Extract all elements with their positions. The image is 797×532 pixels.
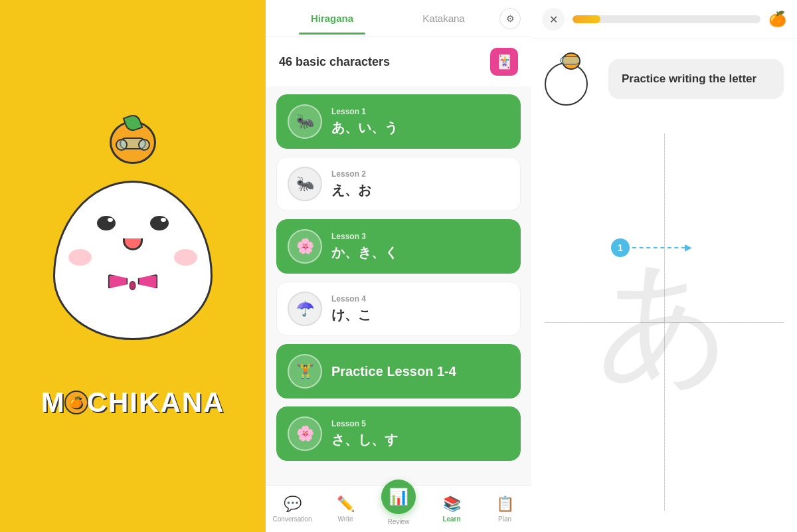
hiragana-character-bg: あ bbox=[596, 256, 733, 389]
left-panel: M 🍊 CHIKANA bbox=[0, 0, 266, 532]
write-icon: ✏️ bbox=[337, 495, 355, 513]
bowtie-left bbox=[108, 274, 128, 289]
nav-label-review: Review bbox=[388, 518, 410, 525]
settings-button[interactable]: ⚙ bbox=[499, 8, 521, 29]
stroke-number: 1 bbox=[611, 238, 630, 257]
lesson-chars-4: け、こ bbox=[331, 306, 509, 324]
middle-panel: Hiragana Katakana ⚙ 46 basic characters … bbox=[266, 0, 531, 532]
practice-text-box: Practice writing the letter bbox=[608, 59, 784, 99]
lesson-card-2[interactable]: 🐜 Lesson 2 え、お bbox=[276, 157, 521, 211]
mascot-eye-right bbox=[150, 216, 169, 230]
plan-icon: 📋 bbox=[496, 495, 514, 513]
lesson-card-5[interactable]: 🌸 Lesson 5 さ、し、す bbox=[276, 406, 521, 461]
nav-label-plan: Plan bbox=[498, 515, 511, 523]
review-icon-wrap: 📊 bbox=[381, 480, 416, 514]
logo-prefix: M bbox=[41, 387, 66, 418]
progress-bar-container bbox=[573, 15, 760, 23]
mascot-eye-left bbox=[97, 216, 116, 230]
lesson-number-2: Lesson 2 bbox=[331, 169, 509, 179]
nav-label-learn: Learn bbox=[442, 515, 460, 523]
lesson-icon-3: 🌸 bbox=[288, 229, 322, 264]
bottom-nav: 💬 Conversation ✏️ Write 📊 Review 📚 Learn… bbox=[266, 486, 531, 532]
practice-title: Practice writing the letter bbox=[622, 72, 756, 85]
lesson-info-4: Lesson 4 け、こ bbox=[331, 294, 509, 324]
lesson-chars-1: あ、い、う bbox=[331, 119, 509, 137]
conversation-icon: 💬 bbox=[284, 495, 302, 513]
tab-katakana[interactable]: Katakana bbox=[388, 2, 499, 35]
bowtie-right bbox=[137, 274, 157, 289]
right-mascot-area: Practice writing the letter bbox=[531, 39, 797, 112]
progress-bar-fill bbox=[573, 15, 600, 23]
lesson-chars-5: さ、し、す bbox=[331, 431, 509, 449]
lesson-chars-2: え、お bbox=[331, 181, 509, 199]
characters-header: 46 basic characters 🃏 bbox=[266, 37, 531, 86]
nav-conversation[interactable]: 💬 Conversation bbox=[266, 490, 319, 528]
orange-fruit bbox=[110, 121, 156, 164]
app-logo: M 🍊 CHIKANA bbox=[41, 387, 225, 418]
mascot-face bbox=[80, 216, 186, 250]
characters-count: 46 basic characters bbox=[279, 55, 390, 69]
mascot-bowtie bbox=[108, 274, 158, 292]
lesson-number-4: Lesson 4 bbox=[331, 294, 509, 304]
small-mascot-body bbox=[545, 62, 588, 106]
nav-label-write: Write bbox=[337, 515, 353, 523]
lesson-card-1[interactable]: 🐜 Lesson 1 あ、い、う bbox=[276, 94, 521, 149]
right-mascot bbox=[545, 52, 598, 106]
lesson-info-2: Lesson 2 え、お bbox=[331, 169, 509, 199]
lesson-card-3[interactable]: 🌸 Lesson 3 か、き、く bbox=[276, 219, 521, 274]
lesson-card-practice[interactable]: 🏋️ Practice Lesson 1-4 bbox=[276, 344, 521, 399]
nav-plan[interactable]: 📋 Plan bbox=[478, 490, 531, 528]
lesson-icon-2: 🐜 bbox=[288, 167, 322, 201]
lesson-number-1: Lesson 1 bbox=[331, 107, 509, 116]
lesson-info-1: Lesson 1 あ、い、う bbox=[331, 107, 509, 137]
nav-label-conversation: Conversation bbox=[273, 515, 312, 523]
lessons-list: 🐜 Lesson 1 あ、い、う 🐜 Lesson 2 え、お 🌸 Lesson… bbox=[266, 86, 531, 486]
close-button[interactable]: ✕ bbox=[542, 8, 565, 31]
mascot-mouth bbox=[123, 238, 143, 250]
nav-write[interactable]: ✏️ Write bbox=[319, 490, 372, 528]
lesson-icon-practice: 🏋️ bbox=[288, 354, 322, 389]
mascot-eyes bbox=[80, 216, 186, 230]
writing-canvas[interactable]: あ 1 bbox=[531, 112, 797, 532]
logo-suffix: CHIKANA bbox=[87, 387, 225, 418]
right-panel: ✕ 🍊 Practice writing the letter あ 1 bbox=[531, 0, 797, 532]
stroke-indicator: 1 bbox=[611, 238, 685, 257]
flashcard-button[interactable]: 🃏 bbox=[490, 48, 518, 76]
lesson-info-5: Lesson 5 さ、し、す bbox=[331, 419, 509, 449]
orange-icon-header: 🍊 bbox=[768, 11, 786, 28]
logo-o-icon: 🍊 bbox=[64, 391, 88, 414]
lesson-icon-5: 🌸 bbox=[288, 416, 322, 451]
lesson-chars-practice: Practice Lesson 1-4 bbox=[331, 364, 509, 379]
small-mascot-orange bbox=[562, 52, 580, 70]
learn-icon: 📚 bbox=[443, 495, 461, 513]
right-header: ✕ 🍊 bbox=[531, 0, 797, 39]
stroke-arrow bbox=[632, 247, 685, 248]
lesson-info-practice: Practice Lesson 1-4 bbox=[331, 364, 509, 379]
nav-learn[interactable]: 📚 Learn bbox=[425, 490, 478, 528]
tab-hiragana[interactable]: Hiragana bbox=[276, 2, 388, 35]
mascot-cheek-right bbox=[174, 249, 197, 266]
mascot-cheek-left bbox=[68, 249, 92, 266]
tab-bar: Hiragana Katakana ⚙ bbox=[266, 0, 531, 37]
lesson-icon-4: ☂️ bbox=[288, 292, 322, 326]
review-icon: 📊 bbox=[389, 488, 408, 506]
small-mascot-glasses bbox=[561, 56, 580, 64]
nav-review[interactable]: 📊 Review bbox=[372, 488, 425, 531]
orange-glasses bbox=[120, 137, 146, 149]
mascot-body bbox=[53, 181, 213, 340]
stroke-dashes bbox=[632, 247, 685, 248]
lesson-icon-1: 🐜 bbox=[288, 104, 322, 139]
lesson-card-4[interactable]: ☂️ Lesson 4 け、こ bbox=[276, 282, 521, 336]
mascot-illustration bbox=[40, 114, 226, 367]
lesson-chars-3: か、き、く bbox=[331, 244, 509, 262]
lesson-number-3: Lesson 3 bbox=[331, 232, 509, 241]
bowtie-center bbox=[130, 281, 136, 290]
lesson-number-5: Lesson 5 bbox=[331, 419, 509, 428]
lesson-info-3: Lesson 3 か、き、く bbox=[331, 232, 509, 262]
